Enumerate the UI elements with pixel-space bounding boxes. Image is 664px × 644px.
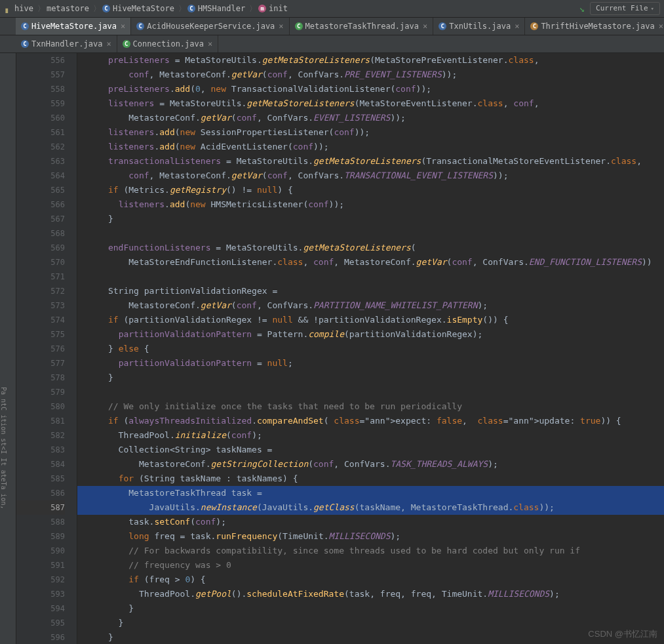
run-config-selector[interactable]: Current File▾: [590, 2, 660, 15]
line-number[interactable]: 567: [16, 212, 65, 226]
line-number[interactable]: 588: [16, 515, 65, 529]
line-number[interactable]: 585: [16, 472, 65, 486]
line-number[interactable]: 581: [16, 414, 65, 428]
line-number[interactable]: 575: [16, 327, 65, 342]
line-number-gutter[interactable]: 5565575585595605615625635645655665675685…: [16, 53, 77, 644]
line-number[interactable]: 565: [16, 183, 65, 197]
close-icon[interactable]: ×: [515, 22, 519, 31]
code-line[interactable]: if (Metrics.getRegistry() != null) {: [77, 183, 664, 197]
code-line[interactable]: [77, 270, 664, 284]
code-line[interactable]: MetaStoreEndFunctionListener.class, conf…: [77, 255, 664, 270]
code-line[interactable]: MetastoreConf.getStringCollection(conf, …: [77, 457, 664, 472]
code-line[interactable]: listeners.add(new HMSMetricsListener(con…: [77, 197, 664, 212]
line-number[interactable]: 589: [16, 529, 65, 544]
code-line[interactable]: ThreadPool.initialize(conf);: [77, 428, 664, 443]
line-number[interactable]: 595: [16, 616, 65, 630]
line-number[interactable]: 587: [16, 500, 65, 515]
line-number[interactable]: 576: [16, 342, 65, 356]
code-line[interactable]: if (alwaysThreadsInitialized.compareAndS…: [77, 414, 664, 428]
editor-tab[interactable]: TxnHandler.java×: [16, 35, 117, 52]
close-icon[interactable]: ×: [106, 39, 111, 49]
code-line[interactable]: }: [77, 601, 664, 616]
code-line[interactable]: partitionValidationPattern = null;: [77, 356, 664, 371]
code-line[interactable]: endFunctionListeners = MetaStoreUtils.ge…: [77, 241, 664, 255]
code-line[interactable]: if (freq > 0) {: [77, 573, 664, 587]
line-number[interactable]: 579: [16, 385, 65, 399]
code-line[interactable]: Collection<String> taskNames =: [77, 443, 664, 457]
code-line[interactable]: }: [77, 630, 664, 644]
line-number[interactable]: 594: [16, 601, 65, 616]
editor-tab[interactable]: ThriftHiveMetastore.java×: [525, 18, 664, 35]
code-line[interactable]: listeners.add(new SessionPropertiesListe…: [77, 125, 664, 140]
code-line[interactable]: for (String taskName : taskNames) {: [77, 472, 664, 486]
code-line[interactable]: preListeners = MetaStoreUtils.getMetaSto…: [77, 53, 664, 68]
code-line[interactable]: }: [77, 371, 664, 385]
line-number[interactable]: 563: [16, 154, 65, 169]
code-line[interactable]: }: [77, 212, 664, 226]
line-number[interactable]: 573: [16, 298, 65, 313]
close-icon[interactable]: ×: [279, 22, 283, 31]
code-line[interactable]: JavaUtils.newInstance(JavaUtils.getClass…: [77, 500, 664, 515]
line-number[interactable]: 560: [16, 111, 65, 125]
code-line[interactable]: String partitionValidationRegex =: [77, 284, 664, 298]
crumb-method[interactable]: init: [258, 4, 288, 13]
code-line[interactable]: [77, 226, 664, 241]
code-line[interactable]: MetastoreConf.getVar(conf, ConfVars.PART…: [77, 298, 664, 313]
code-line[interactable]: listeners = MetaStoreUtils.getMetaStoreL…: [77, 96, 664, 111]
line-number[interactable]: 586: [16, 486, 65, 500]
line-number[interactable]: 558: [16, 82, 65, 96]
code-line[interactable]: [77, 385, 664, 399]
line-number[interactable]: 590: [16, 544, 65, 558]
code-editor[interactable]: preListeners = MetaStoreUtils.getMetaSto…: [77, 53, 664, 644]
code-line[interactable]: }: [77, 616, 664, 630]
code-line[interactable]: preListeners.add(0, new TransactionalVal…: [77, 82, 664, 96]
code-line[interactable]: partitionValidationPattern = Pattern.com…: [77, 327, 664, 342]
close-icon[interactable]: ×: [659, 22, 663, 31]
code-line[interactable]: conf, MetastoreConf.getVar(conf, ConfVar…: [77, 68, 664, 82]
line-number[interactable]: 571: [16, 270, 65, 284]
tool-window-strip-left[interactable]: Pa ntC ition st<I It ateTa ion,: [0, 53, 16, 644]
editor-tab[interactable]: MetastoreTaskThread.java×: [290, 18, 434, 35]
editor-tab[interactable]: TxnUtils.java×: [433, 18, 525, 35]
code-line[interactable]: if (partitionValidationRegex != null && …: [77, 313, 664, 327]
close-icon[interactable]: ×: [121, 22, 125, 31]
code-line[interactable]: long freq = task.runFrequency(TimeUnit.M…: [77, 529, 664, 544]
code-line[interactable]: } else {: [77, 342, 664, 356]
line-number[interactable]: 566: [16, 197, 65, 212]
code-line[interactable]: conf, MetastoreConf.getVar(conf, ConfVar…: [77, 169, 664, 183]
code-line[interactable]: MetastoreTaskThread task =: [77, 486, 664, 500]
line-number[interactable]: 569: [16, 241, 65, 255]
close-icon[interactable]: ×: [423, 22, 427, 31]
crumb-class-inner[interactable]: HMSHandler: [187, 4, 245, 13]
code-line[interactable]: MetastoreConf.getVar(conf, ConfVars.EVEN…: [77, 111, 664, 125]
code-line[interactable]: ThreadPool.getPool().scheduleAtFixedRate…: [77, 587, 664, 601]
close-icon[interactable]: ×: [208, 39, 212, 49]
code-line[interactable]: listeners.add(new AcidEventListener(conf…: [77, 140, 664, 154]
code-line[interactable]: // We only initialize once the tasks tha…: [77, 399, 664, 414]
editor-tab[interactable]: AcidHouseKeeperService.java×: [131, 18, 289, 35]
line-number[interactable]: 561: [16, 125, 65, 140]
line-number[interactable]: 557: [16, 68, 65, 82]
code-line[interactable]: // For backwards compatibility, since so…: [77, 544, 664, 558]
line-number[interactable]: 591: [16, 558, 65, 573]
editor-tab[interactable]: Connection.java×: [117, 35, 219, 52]
line-number[interactable]: 559: [16, 96, 65, 111]
line-number[interactable]: 577: [16, 356, 65, 371]
line-number[interactable]: 572: [16, 284, 65, 298]
line-number[interactable]: 592: [16, 573, 65, 587]
code-line[interactable]: // frequency was > 0: [77, 558, 664, 573]
line-number[interactable]: 593: [16, 587, 65, 601]
line-number[interactable]: 562: [16, 140, 65, 154]
line-number[interactable]: 574: [16, 313, 65, 327]
editor-tab[interactable]: HiveMetaStore.java×: [16, 18, 131, 35]
crumb-metastore[interactable]: metastore: [47, 4, 89, 13]
line-number[interactable]: 582: [16, 428, 65, 443]
code-line[interactable]: transactionalListeners = MetaStoreUtils.…: [77, 154, 664, 169]
code-line[interactable]: task.setConf(conf);: [77, 515, 664, 529]
line-number[interactable]: 583: [16, 443, 65, 457]
build-icon[interactable]: ↘: [579, 3, 585, 14]
line-number[interactable]: 568: [16, 226, 65, 241]
crumb-hive[interactable]: ▖hive: [4, 4, 33, 13]
line-number[interactable]: 564: [16, 169, 65, 183]
line-number[interactable]: 578: [16, 371, 65, 385]
